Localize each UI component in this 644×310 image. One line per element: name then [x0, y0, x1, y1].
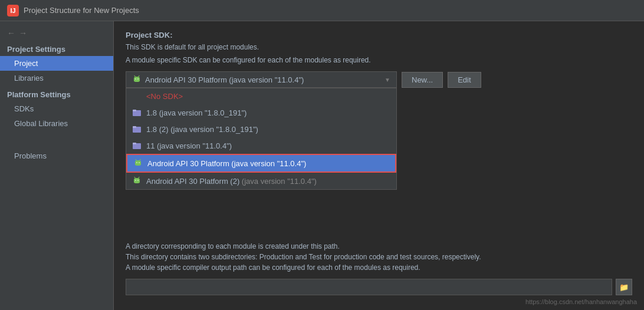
- sdk-desc2: A module specific SDK can be configured …: [126, 55, 632, 65]
- window-title: Project Structure for New Projects: [24, 6, 139, 15]
- edit-sdk-button[interactable]: Edit: [448, 72, 481, 88]
- sdk-dropdown[interactable]: Android API 30 Platform (java version "1…: [126, 71, 397, 88]
- jdk-11-label: 11 (java version "11.0.4"): [146, 141, 232, 150]
- back-arrow[interactable]: ←: [7, 28, 15, 38]
- sdk-desc1: This SDK is default for all project modu…: [126, 42, 632, 52]
- sidebar-nav: ← →: [0, 26, 113, 40]
- sidebar-item-global-libraries[interactable]: Global Libraries: [0, 116, 113, 131]
- sdk-selected-text: Android API 30 Platform (java version "1…: [145, 75, 304, 84]
- svg-line-15: [140, 160, 141, 161]
- svg-line-3: [139, 76, 140, 77]
- dropdown-item-android-30-2[interactable]: Android API 30 Platform (2) (java versio…: [126, 173, 396, 189]
- android-icon-2: [132, 176, 142, 186]
- main-layout: ← → Project Settings Project Libraries P…: [0, 21, 644, 310]
- android-30-2-label: Android API 30 Platform (2) (java versio…: [146, 177, 317, 186]
- jdk-folder-icon-2: [132, 124, 142, 134]
- dropdown-chevron-icon: ▼: [385, 77, 390, 83]
- jdk-18-2-label: 1.8 (2) (java version "1.8.0_191"): [146, 125, 258, 134]
- svg-point-17: [139, 162, 140, 163]
- dropdown-item-no-sdk[interactable]: <No SDK>: [126, 88, 396, 104]
- android-30-label: Android API 30 Platform (java version "1…: [147, 159, 306, 168]
- forward-arrow[interactable]: →: [19, 28, 27, 38]
- dropdown-item-jdk-11[interactable]: 11 (java version "11.0.4"): [126, 137, 396, 154]
- sdk-dropdown-icon: Android API 30 Platform (java version "1…: [132, 75, 304, 84]
- app-icon: IJ: [7, 5, 19, 17]
- module-desc-line3: A module specific compiler output path c…: [126, 262, 632, 273]
- jdk-18-label: 1.8 (java version "1.8.0_191"): [146, 108, 247, 117]
- svg-point-22: [135, 180, 136, 181]
- svg-point-4: [135, 78, 136, 80]
- watermark: https://blog.csdn.net/hanhanwanghaha: [525, 298, 637, 305]
- svg-rect-7: [133, 110, 136, 111]
- svg-rect-9: [133, 126, 136, 128]
- path-row: 📁: [126, 279, 632, 295]
- no-sdk-label: <No SDK>: [146, 92, 183, 101]
- sidebar-item-problems[interactable]: Problems: [0, 149, 113, 163]
- dropdown-item-jdk-18-2[interactable]: 1.8 (2) (java version "1.8.0_191"): [126, 121, 396, 137]
- browse-path-button[interactable]: 📁: [616, 279, 632, 295]
- sidebar: ← → Project Settings Project Libraries P…: [0, 21, 114, 310]
- dropdown-item-jdk-18[interactable]: 1.8 (java version "1.8.0_191"): [126, 104, 396, 121]
- jdk-folder-icon-3: [132, 141, 142, 150]
- svg-line-20: [134, 177, 136, 179]
- svg-line-2: [134, 76, 136, 77]
- sidebar-item-project[interactable]: Project: [0, 56, 113, 71]
- sdk-dropdown-list: <No SDK> 1.8 (java version "1.8.0_191"): [126, 88, 397, 190]
- android-icon-selected: [133, 159, 143, 168]
- android-icon: [132, 75, 142, 84]
- sidebar-item-sdks[interactable]: SDKs: [0, 101, 113, 116]
- svg-point-23: [137, 180, 139, 181]
- svg-line-14: [136, 160, 137, 161]
- svg-rect-11: [133, 143, 136, 144]
- jdk-folder-icon: [132, 108, 142, 117]
- folder-open-icon: 📁: [619, 283, 629, 292]
- svg-line-21: [139, 177, 140, 179]
- svg-point-16: [136, 162, 137, 163]
- module-desc-section: A directory corresponding to each module…: [126, 241, 632, 295]
- new-sdk-button[interactable]: New...: [402, 72, 443, 88]
- sidebar-item-libraries[interactable]: Libraries: [0, 71, 113, 85]
- dropdown-item-android-30[interactable]: Android API 30 Platform (java version "1…: [126, 154, 396, 173]
- title-bar: IJ Project Structure for New Projects: [0, 0, 644, 21]
- compiler-path-input[interactable]: [126, 279, 612, 295]
- module-desc-line1: A directory corresponding to each module…: [126, 241, 632, 252]
- sdk-label: Project SDK:: [126, 31, 632, 39]
- module-desc-line2: This directory contains two subdirectori…: [126, 252, 632, 262]
- platform-settings-title: Platform Settings: [0, 85, 113, 101]
- content-area: Project SDK: This SDK is default for all…: [114, 21, 644, 310]
- sdk-selector-row: Android API 30 Platform (java version "1…: [126, 71, 632, 88]
- svg-point-5: [137, 78, 139, 80]
- project-settings-title: Project Settings: [0, 40, 113, 56]
